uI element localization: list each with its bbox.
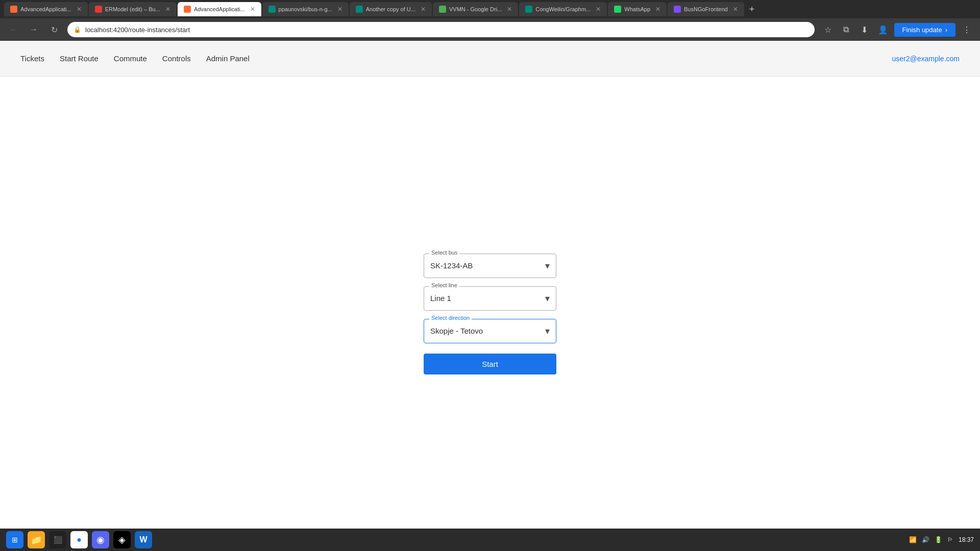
toolbar-right: ☆ ⧉ ⬇ 👤 Finish update › ⋮	[821, 22, 974, 37]
taskbar-flag-icon: 🏳	[947, 536, 953, 543]
tab-8[interactable]: WhatsApp ✕	[608, 2, 667, 16]
taskbar-terminal-icon[interactable]: ⬛	[49, 531, 66, 548]
tab-3-favicon	[184, 6, 191, 13]
start-button[interactable]: Start	[424, 354, 556, 374]
taskbar-left: ⊞ 📁 ⬛ ● ◉ ◈ W	[6, 531, 152, 548]
profile-icon[interactable]: 👤	[876, 22, 890, 37]
tab-4-close[interactable]: ✕	[337, 6, 342, 13]
taskbar-volume-icon: 🔊	[922, 536, 929, 543]
tab-1[interactable]: AdvancedApplicati... ✕	[4, 2, 88, 16]
taskbar-right: 📶 🔊 🔋 🏳 18:37	[909, 536, 974, 543]
tab-4-favicon	[268, 6, 276, 13]
tab-1-favicon	[10, 6, 17, 13]
nav-commute[interactable]: Commute	[114, 54, 147, 63]
select-line-label: Select line	[429, 282, 459, 288]
taskbar-word-icon[interactable]: W	[135, 531, 152, 548]
taskbar-discord-icon[interactable]: ◉	[92, 531, 109, 548]
tab-8-favicon	[614, 6, 621, 13]
forward-button[interactable]: →	[27, 22, 41, 37]
nav-links: Tickets Start Route Commute Controls Adm…	[20, 54, 250, 63]
tab-bar: AdvancedApplicati... ✕ ERModel (edit) – …	[0, 0, 980, 18]
tab-5[interactable]: Another copy of U... ✕	[350, 2, 432, 16]
extensions-icon[interactable]: ⧉	[839, 22, 853, 37]
select-bus-arrow: ▾	[545, 260, 550, 271]
select-direction-label: Select direction	[429, 315, 472, 321]
back-button[interactable]: ←	[6, 22, 20, 37]
finish-update-button[interactable]: Finish update ›	[894, 23, 955, 37]
main-content: Select bus SK-1234-AB ▾ Select line Line…	[0, 77, 980, 551]
taskbar-files-icon[interactable]: 📁	[28, 531, 45, 548]
select-direction-arrow: ▾	[545, 325, 550, 337]
download-icon[interactable]: ⬇	[857, 22, 872, 37]
select-bus-value: SK-1234-AB ▾	[430, 258, 550, 273]
start-route-form: Select bus SK-1234-AB ▾ Select line Line…	[424, 254, 556, 374]
tab-8-close[interactable]: ✕	[655, 6, 660, 13]
address-bar[interactable]: 🔒 localhost:4200/route-instances/start	[67, 22, 815, 37]
tab-5-close[interactable]: ✕	[421, 6, 426, 13]
navbar: Tickets Start Route Commute Controls Adm…	[0, 41, 980, 77]
finish-update-chevron: ›	[945, 26, 947, 34]
taskbar-chrome-icon[interactable]: ●	[70, 531, 88, 548]
taskbar-network-icon: 📶	[909, 536, 917, 543]
nav-start-route[interactable]: Start Route	[60, 54, 99, 63]
tab-4[interactable]: ppaunovski/bus-n-g... ✕	[262, 2, 349, 16]
new-tab-button[interactable]: +	[745, 4, 759, 15]
user-email: user2@example.com	[892, 55, 960, 63]
select-line-value: Line 1 ▾	[430, 291, 550, 306]
bookmark-icon[interactable]: ☆	[821, 22, 835, 37]
select-line-arrow: ▾	[545, 293, 550, 304]
tab-7[interactable]: CongWeilin/Graphm... ✕	[519, 2, 607, 16]
taskbar-battery-icon: 🔋	[935, 536, 942, 543]
tab-6-close[interactable]: ✕	[507, 6, 512, 13]
tab-7-favicon	[525, 6, 532, 13]
tab-9-close[interactable]: ✕	[733, 6, 738, 13]
app-wrapper: Tickets Start Route Commute Controls Adm…	[0, 41, 980, 551]
taskbar: ⊞ 📁 ⬛ ● ◉ ◈ W 📶 🔊 🔋 🏳 18:37	[0, 529, 980, 551]
nav-tickets[interactable]: Tickets	[20, 54, 44, 63]
tab-7-close[interactable]: ✕	[596, 6, 601, 13]
taskbar-apps-icon[interactable]: ⊞	[6, 531, 23, 548]
tab-2-close[interactable]: ✕	[165, 6, 170, 13]
reload-button[interactable]: ↻	[47, 22, 61, 37]
select-bus-label: Select bus	[429, 249, 459, 256]
tab-2[interactable]: ERModel (edit) – Bu... ✕	[89, 2, 177, 16]
select-line-field[interactable]: Select line Line 1 ▾	[424, 286, 556, 311]
menu-icon[interactable]: ⋮	[960, 22, 974, 37]
nav-admin-panel[interactable]: Admin Panel	[206, 54, 250, 63]
browser-controls-bar: ← → ↻ 🔒 localhost:4200/route-instances/s…	[0, 18, 980, 41]
tab-3-close[interactable]: ✕	[250, 6, 255, 13]
select-bus-field[interactable]: Select bus SK-1234-AB ▾	[424, 254, 556, 278]
tab-3-active[interactable]: AdvancedApplicati... ✕	[178, 2, 261, 16]
tab-9-favicon	[674, 6, 681, 13]
taskbar-time: 18:37	[959, 536, 974, 543]
tab-5-favicon	[356, 6, 363, 13]
taskbar-intellij-icon[interactable]: ◈	[113, 531, 131, 548]
tab-6[interactable]: VVMN - Google Dri... ✕	[433, 2, 518, 16]
tab-1-close[interactable]: ✕	[77, 6, 82, 13]
select-direction-field[interactable]: Select direction Skopje - Tetovo ▾	[424, 319, 556, 343]
nav-controls[interactable]: Controls	[162, 54, 191, 63]
tab-9[interactable]: BusNGoFrontend ✕	[668, 2, 744, 16]
browser-chrome: AdvancedApplicati... ✕ ERModel (edit) – …	[0, 0, 980, 41]
tab-2-favicon	[95, 6, 102, 13]
tab-6-favicon	[439, 6, 446, 13]
select-direction-value: Skopje - Tetovo ▾	[430, 323, 550, 339]
lock-icon: 🔒	[74, 26, 81, 33]
